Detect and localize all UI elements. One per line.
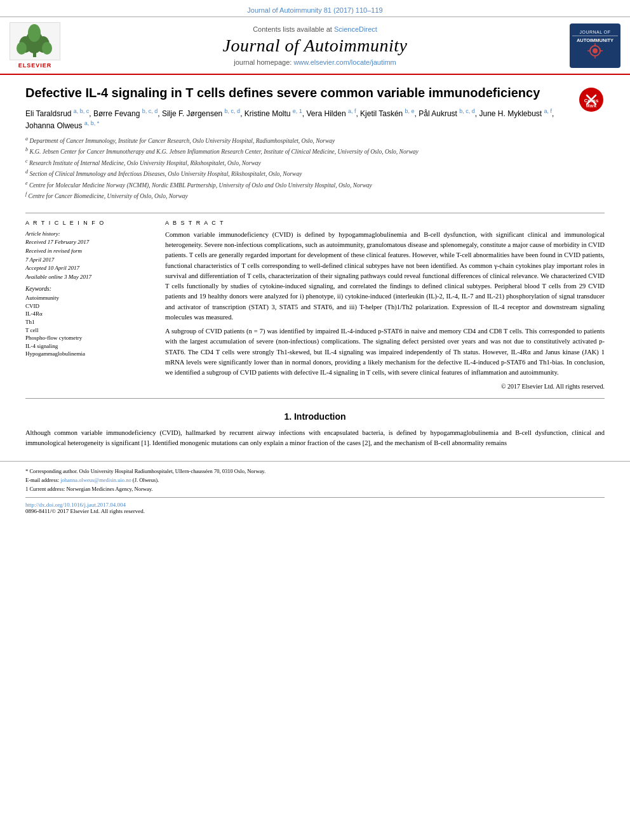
article-info-col: A R T I C L E I N F O Article history: R… [25, 220, 152, 392]
aff-text-a: Department of Cancer Immunology, Institu… [29, 138, 335, 144]
intro-section-title: 1. Introduction [25, 411, 605, 422]
email-suffix: (J. Olweus). [133, 477, 159, 483]
intro-title: Introduction [294, 411, 346, 422]
keyword-3: IL-4Rα [25, 310, 152, 318]
article-title: Defective IL-4 signaling in T cells defi… [25, 84, 573, 101]
affiliation-b: b K.G. Jebsen Center for Cancer Immunoth… [25, 146, 573, 156]
crossmark-svg: Cross Mark [580, 88, 603, 111]
copyright-line: © 2017 Elsevier Ltd. All rights reserved… [165, 382, 605, 392]
aff-text-e: Centre for Molecular Medicine Norway (NC… [29, 182, 372, 189]
received-date: Received 17 February 2017 [25, 238, 152, 246]
article-content-area: Defective IL-4 signaling in T cells defi… [0, 75, 630, 398]
email-address[interactable]: johanna.olweus@medisin.uio.no [60, 477, 131, 483]
intro-divider [25, 398, 605, 399]
contents-text: Contents lists available at [253, 25, 332, 33]
keyword-4: Th1 [25, 318, 152, 326]
aff-text-c: Research Institute of Internal Medicine,… [29, 160, 261, 166]
article-info-header: A R T I C L E I N F O [25, 220, 152, 226]
autoimmunity-logo-area: JOURNAL OF AUTOIMMUNITY [566, 22, 624, 69]
affiliation-f: f Centre for Cancer Biomedicine, Univers… [25, 190, 573, 201]
revised-label: Received in revised form [25, 247, 152, 255]
aff-text-b: K.G. Jebsen Center for Cancer Immunother… [29, 149, 418, 156]
keyword-1: Autoimmunity [25, 294, 152, 302]
aff-sup-a: a [25, 136, 28, 142]
article-title-area: Defective IL-4 signaling in T cells defi… [25, 84, 605, 206]
homepage-link[interactable]: www.elsevier.com/locate/jautimm [293, 58, 396, 66]
affiliations: a Department of Cancer Immunology, Insti… [25, 135, 573, 201]
article-title-container: Defective IL-4 signaling in T cells defi… [25, 84, 573, 206]
elsevier-logo-area: ELSEVIER [6, 22, 64, 69]
header-area: ELSEVIER Contents lists available at Sci… [0, 17, 630, 75]
history-label: Article history: [25, 230, 152, 238]
accepted-date: Accepted 10 April 2017 [25, 264, 152, 272]
title-divider [25, 213, 605, 213]
sup-g: b, c, d [459, 108, 475, 114]
footer-divider [25, 497, 605, 498]
crossmark-badge[interactable]: Cross Mark [579, 88, 605, 113]
corresponding-note: * Corresponding author. Oslo University … [25, 468, 605, 476]
svg-point-4 [17, 42, 27, 55]
sup-h: a, f [544, 108, 553, 114]
abstract-paragraph-2: A subgroup of CVID patients (n = 7) was … [165, 326, 605, 378]
sup-f: b, e [405, 108, 415, 114]
elsevier-tree-svg [13, 24, 57, 59]
elsevier-label: ELSEVIER [18, 62, 52, 69]
aff-text-d: Section of Clinical Immunology and Infec… [29, 171, 302, 178]
keywords-label: Keywords: [25, 286, 152, 292]
page: Journal of Autoimmunity 81 (2017) 110–11… [0, 0, 630, 840]
email-line: E-mail address: johanna.olweus@medisin.u… [25, 477, 605, 484]
keyword-7: IL-4 signaling [25, 342, 152, 350]
intro-body: Although common variable immunodeficienc… [25, 428, 605, 449]
sup-e: a, f [348, 108, 356, 114]
affiliation-e: e Centre for Molecular Medicine Norway (… [25, 180, 573, 190]
doi-link[interactable]: http://dx.doi.org/10.1016/j.jaut.2017.04… [25, 502, 605, 508]
intro-paragraph: Although common variable immunodeficienc… [25, 428, 605, 449]
aff-sup-c: c [25, 158, 28, 164]
aff-sup-b: b [25, 147, 28, 152]
revised-date: 7 April 2017 [25, 256, 152, 264]
sciencedirect-link[interactable]: ScienceDirect [334, 25, 377, 33]
affiliation-c: c Research Institute of Internal Medicin… [25, 157, 573, 168]
crossmark-circle: Cross Mark [579, 88, 603, 112]
keyword-6: Phospho-flow cytometry [25, 334, 152, 342]
svg-point-6 [28, 24, 41, 42]
svg-point-5 [42, 42, 52, 55]
autoimmunity-logo-line1: JOURNAL OF [572, 30, 618, 36]
sciencedirect-line: Contents lists available at ScienceDirec… [70, 25, 560, 33]
footnote1: 1 Current address: Norwegian Medicines A… [25, 486, 605, 493]
sup-b: b, c, d [142, 108, 158, 114]
intro-number: 1. [284, 411, 292, 422]
autoimmunity-logo: JOURNAL OF AUTOIMMUNITY [570, 23, 620, 68]
homepage-label: journal homepage: [234, 58, 292, 66]
keyword-8: Hypogammaglobulinemia [25, 350, 152, 358]
keywords-section: Keywords: Autoimmunity CVID IL-4Rα Th1 T… [25, 286, 152, 358]
journal-top-bar: Journal of Autoimmunity 81 (2017) 110–11… [0, 0, 630, 17]
abstract-col: A B S T R A C T Common variable immunode… [165, 220, 605, 392]
autoimmunity-logo-svg [584, 43, 607, 61]
abstract-paragraph-1: Common variable immunodeficiency (CVID) … [165, 230, 605, 323]
autoimmunity-logo-line2: AUTOIMMUNITY [577, 37, 613, 43]
elsevier-tree-logo [10, 22, 60, 60]
keyword-5: T cell [25, 326, 152, 335]
abstract-text: Common variable immunodeficiency (CVID) … [165, 230, 605, 392]
two-col-layout: A R T I C L E I N F O Article history: R… [25, 220, 605, 392]
authors-line: Eli Taraldsrud a, b, c, Børre Fevang b, … [25, 107, 573, 131]
history-label-text: Article history: [25, 230, 60, 237]
sup-c: b, c, d [225, 108, 241, 114]
aff-sup-d: d [25, 169, 28, 175]
aff-sup-f: f [25, 191, 27, 197]
journal-homepage-line: journal homepage: www.elsevier.com/locat… [70, 58, 560, 66]
journal-citation-link[interactable]: Journal of Autoimmunity 81 (2017) 110–11… [247, 6, 382, 14]
intro-section: 1. Introduction Although common variable… [0, 405, 630, 455]
available-date: Available online 3 May 2017 [25, 273, 152, 281]
svg-point-8 [593, 48, 598, 53]
affiliation-d: d Section of Clinical Immunology and Inf… [25, 168, 573, 178]
sup-i: a, b, * [84, 120, 100, 126]
aff-text-f: Centre for Cancer Biomedicine, Universit… [29, 193, 188, 199]
keyword-2: CVID [25, 302, 152, 310]
abstract-header: A B S T R A C T [165, 220, 605, 226]
sup-a: a, b, c [74, 108, 90, 114]
footer-area: * Corresponding author. Oslo University … [0, 461, 630, 519]
article-history: Article history: Received 17 February 20… [25, 230, 152, 281]
header-center: Contents lists available at ScienceDirec… [70, 22, 560, 69]
